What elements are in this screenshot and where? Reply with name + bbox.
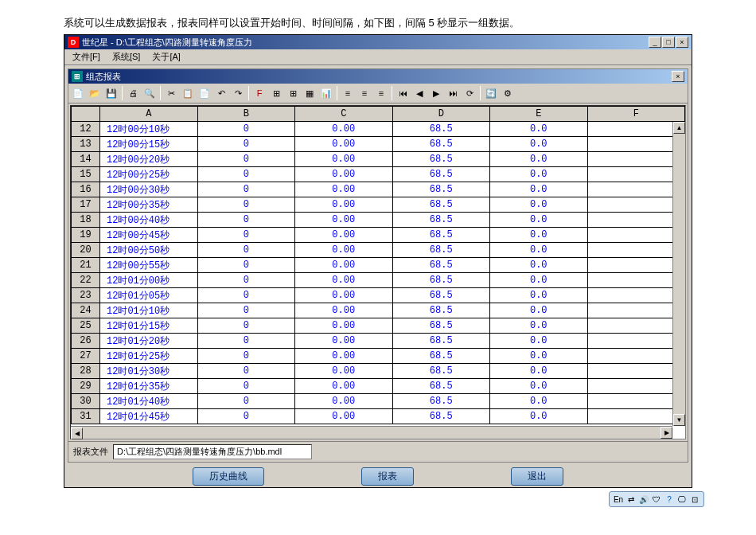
- cell-time[interactable]: 12时00分15秒: [100, 137, 198, 152]
- row-number[interactable]: 25: [72, 318, 100, 334]
- col-header-d[interactable]: D: [392, 107, 490, 122]
- cell-c[interactable]: 0.00: [295, 167, 393, 182]
- row-number[interactable]: 27: [72, 349, 100, 364]
- cell-time[interactable]: 12时01分45秒: [100, 409, 198, 424]
- cell-f[interactable]: [587, 152, 685, 167]
- table-row[interactable]: 1612时00分30秒00.0068.50.0: [72, 182, 685, 197]
- table-row[interactable]: 1212时00分10秒00.0068.50.0: [72, 122, 685, 137]
- cell-f[interactable]: [587, 379, 685, 394]
- table-row[interactable]: 1412时00分20秒00.0068.50.0: [72, 152, 685, 167]
- col-header-e[interactable]: E: [490, 107, 588, 122]
- scroll-down-icon[interactable]: ▼: [673, 414, 685, 426]
- cell-e[interactable]: 0.0: [490, 122, 588, 137]
- cell-time[interactable]: 12时01分35秒: [100, 379, 198, 394]
- cell-time[interactable]: 12时01分20秒: [100, 334, 198, 349]
- redo-icon[interactable]: ↷: [230, 85, 246, 101]
- cell-d[interactable]: 68.5: [392, 334, 490, 349]
- cell-e[interactable]: 0.0: [490, 228, 588, 243]
- cell-e[interactable]: 0.0: [490, 273, 588, 288]
- cell-time[interactable]: 12时00分35秒: [100, 197, 198, 213]
- settings-icon[interactable]: ⚙: [500, 85, 516, 101]
- cell-time[interactable]: 12时00分25秒: [100, 167, 198, 182]
- cell-d[interactable]: 68.5: [392, 258, 490, 273]
- col-header-b[interactable]: B: [197, 107, 295, 122]
- cell-e[interactable]: 0.0: [490, 137, 588, 152]
- cell-d[interactable]: 68.5: [392, 394, 490, 409]
- cell-d[interactable]: 68.5: [392, 197, 490, 213]
- prev-icon[interactable]: ◀: [411, 85, 427, 101]
- goto-icon[interactable]: ⟳: [462, 85, 477, 101]
- cell-c[interactable]: 0.00: [295, 213, 393, 228]
- table-row[interactable]: 3112时01分45秒00.0068.50.0: [72, 409, 685, 424]
- font-icon[interactable]: F: [251, 85, 267, 101]
- cell-e[interactable]: 0.0: [490, 213, 588, 228]
- tray-display-icon[interactable]: 🖵: [676, 494, 688, 505]
- cell-b[interactable]: 0: [197, 379, 295, 394]
- cell-f[interactable]: [587, 394, 685, 409]
- cell-c[interactable]: 0.00: [295, 152, 393, 167]
- row-number[interactable]: 28: [72, 364, 100, 379]
- inner-close-button[interactable]: ×: [672, 71, 684, 82]
- cell-time[interactable]: 12时01分40秒: [100, 394, 198, 409]
- cell-d[interactable]: 68.5: [392, 349, 490, 364]
- cell-c[interactable]: 0.00: [295, 288, 393, 303]
- cell-time[interactable]: 12时00分55秒: [100, 258, 198, 273]
- last-icon[interactable]: ⏭: [445, 85, 461, 101]
- cell-f[interactable]: [587, 334, 685, 349]
- cell-b[interactable]: 0: [197, 213, 295, 228]
- table-row[interactable]: 2712时01分25秒00.0068.50.0: [72, 349, 685, 364]
- cell-d[interactable]: 68.5: [392, 318, 490, 334]
- table-row[interactable]: 1812时00分40秒00.0068.50.0: [72, 213, 685, 228]
- align-center-icon[interactable]: ≡: [357, 85, 372, 101]
- cell-d[interactable]: 68.5: [392, 152, 490, 167]
- cell-f[interactable]: [587, 137, 685, 152]
- cell-c[interactable]: 0.00: [295, 197, 393, 213]
- refresh-icon[interactable]: 🔄: [483, 85, 499, 101]
- row-number[interactable]: 26: [72, 334, 100, 349]
- lang-indicator[interactable]: En: [613, 494, 624, 505]
- cell-d[interactable]: 68.5: [392, 273, 490, 288]
- cell-time[interactable]: 12时00分40秒: [100, 213, 198, 228]
- cell-c[interactable]: 0.00: [295, 364, 393, 379]
- cell-e[interactable]: 0.0: [490, 303, 588, 318]
- cell-f[interactable]: [587, 303, 685, 318]
- cell-e[interactable]: 0.0: [490, 334, 588, 349]
- row-number[interactable]: 14: [72, 152, 100, 167]
- row-number[interactable]: 18: [72, 213, 100, 228]
- cell-time[interactable]: 12时00分20秒: [100, 152, 198, 167]
- cell-e[interactable]: 0.0: [490, 379, 588, 394]
- table-row[interactable]: 2112时00分55秒00.0068.50.0: [72, 258, 685, 273]
- copy-icon[interactable]: 📋: [180, 85, 196, 101]
- cell-b[interactable]: 0: [197, 228, 295, 243]
- cell-d[interactable]: 68.5: [392, 182, 490, 197]
- cell-c[interactable]: 0.00: [295, 394, 393, 409]
- table-row[interactable]: 2012时00分50秒00.0068.50.0: [72, 243, 685, 258]
- cell-e[interactable]: 0.0: [490, 394, 588, 409]
- cell-b[interactable]: 0: [197, 364, 295, 379]
- row-number[interactable]: 20: [72, 243, 100, 258]
- cell-time[interactable]: 12时00分30秒: [100, 182, 198, 197]
- table-row[interactable]: 2412时01分10秒00.0068.50.0: [72, 303, 685, 318]
- menu-about[interactable]: 关于[A]: [147, 50, 185, 64]
- align-left-icon[interactable]: ≡: [340, 85, 356, 101]
- table-row[interactable]: 3012时01分40秒00.0068.50.0: [72, 394, 685, 409]
- cell-b[interactable]: 0: [197, 152, 295, 167]
- row-number[interactable]: 16: [72, 182, 100, 197]
- horizontal-scrollbar[interactable]: ◀ ▶: [71, 426, 672, 439]
- table-row[interactable]: 2812时01分30秒00.0068.50.0: [72, 364, 685, 379]
- menu-system[interactable]: 系统[S]: [107, 50, 145, 64]
- new-icon[interactable]: 📄: [70, 85, 86, 101]
- undo-icon[interactable]: ↶: [213, 85, 229, 101]
- menu-file[interactable]: 文件[F]: [68, 50, 105, 64]
- grid-icon[interactable]: ⊞: [268, 85, 284, 101]
- row-number[interactable]: 13: [72, 137, 100, 152]
- history-button[interactable]: 历史曲线: [193, 467, 264, 486]
- data-table[interactable]: A B C D E F 1212时00分10秒00.0068.50.01312时…: [71, 106, 685, 424]
- cell-d[interactable]: 68.5: [392, 409, 490, 424]
- scroll-up-icon[interactable]: ▲: [673, 122, 685, 134]
- maximize-button[interactable]: □: [662, 37, 675, 48]
- tray-network-icon[interactable]: ⇄: [625, 494, 637, 505]
- cell-e[interactable]: 0.0: [490, 349, 588, 364]
- cell-b[interactable]: 0: [197, 243, 295, 258]
- close-button[interactable]: ×: [676, 37, 688, 48]
